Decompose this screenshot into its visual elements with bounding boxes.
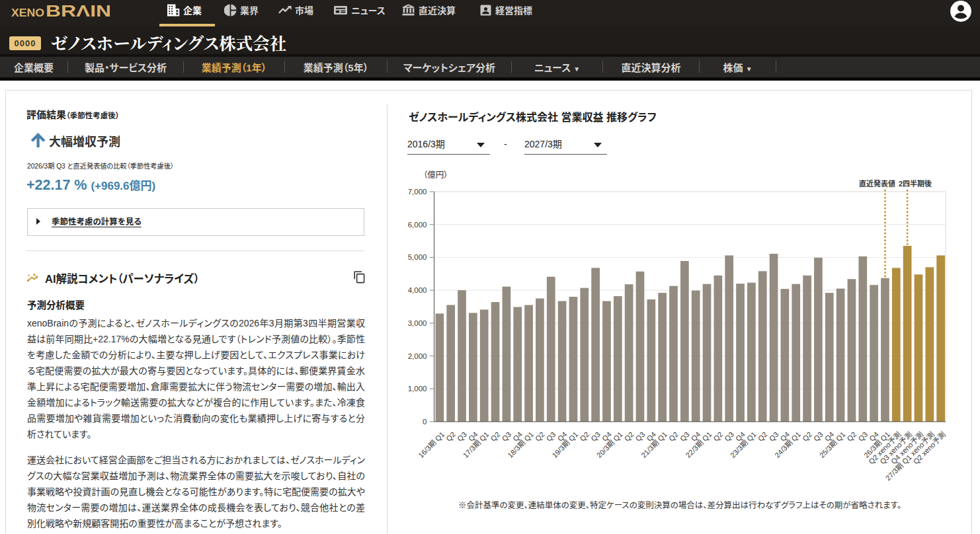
svg-text:Q2: Q2 xyxy=(444,430,457,443)
svg-text:Q3: Q3 xyxy=(500,430,512,443)
svg-text:7,000: 7,000 xyxy=(408,188,427,196)
svg-text:3,000: 3,000 xyxy=(408,319,427,327)
svg-text:6,000: 6,000 xyxy=(408,221,427,229)
svg-text:Q2: Q2 xyxy=(712,430,724,443)
svg-text:BRΛIN: BRΛIN xyxy=(46,3,111,20)
svg-text:Q3: Q3 xyxy=(456,430,468,443)
svg-text:1,000: 1,000 xyxy=(408,385,427,393)
svg-text:Q2: Q2 xyxy=(578,430,591,443)
svg-text:Q2: Q2 xyxy=(534,430,546,443)
svg-text:2,000: 2,000 xyxy=(408,352,427,360)
svg-text:Q3: Q3 xyxy=(545,430,557,443)
svg-text:Q2: Q2 xyxy=(845,430,858,443)
svg-text:2四半期後: 2四半期後 xyxy=(899,179,932,188)
svg-text:Q3: Q3 xyxy=(723,430,735,443)
svg-text:5,000: 5,000 xyxy=(408,253,427,261)
svg-text:Q2: Q2 xyxy=(623,430,635,443)
svg-text:Q3: Q3 xyxy=(812,430,825,443)
svg-text:4,000: 4,000 xyxy=(408,286,427,294)
svg-text:Q2: Q2 xyxy=(489,430,502,443)
svg-text:Q2: Q2 xyxy=(667,430,680,443)
svg-text:Q3: Q3 xyxy=(589,430,602,443)
svg-text:Q3: Q3 xyxy=(678,430,691,443)
svg-text:16/3期 Q1: 16/3期 Q1 xyxy=(417,430,446,459)
svg-text:直近発表値: 直近発表値 xyxy=(859,179,895,188)
svg-text:0: 0 xyxy=(423,418,427,426)
svg-text:Q3: Q3 xyxy=(856,430,869,443)
svg-text:XENO: XENO xyxy=(11,7,44,19)
svg-text:Q2: Q2 xyxy=(756,430,769,443)
svg-text:Q3: Q3 xyxy=(768,430,780,443)
svg-text:Q2: Q2 xyxy=(801,430,813,443)
svg-text:Q3: Q3 xyxy=(634,430,647,443)
